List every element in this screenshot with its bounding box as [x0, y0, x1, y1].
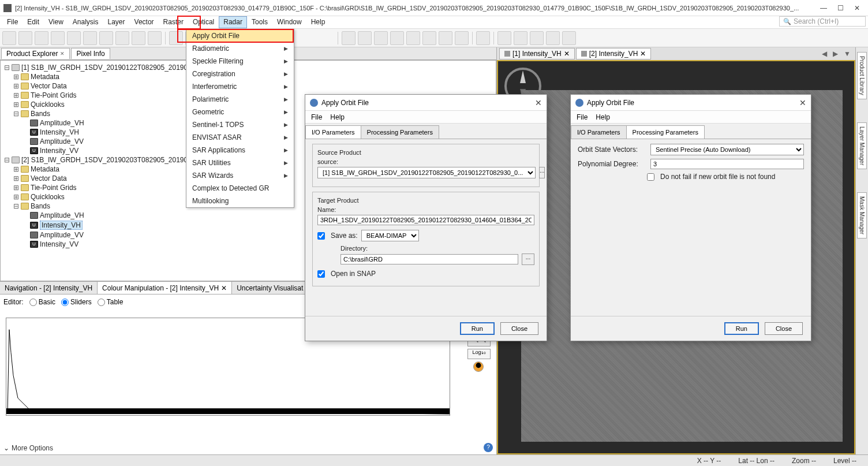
- tree-p2-int-vh[interactable]: Intensity_VH: [40, 221, 83, 230]
- menu-optical[interactable]: Optical: [188, 16, 219, 28]
- tb-btn-9[interactable]: [132, 31, 145, 45]
- tb-btn-22[interactable]: [497, 31, 511, 45]
- dialog2-tab-io[interactable]: I/O Parameters: [571, 125, 627, 139]
- dialog1-tab-proc[interactable]: Processing Parameters: [361, 125, 439, 139]
- tb-btn-23[interactable]: [514, 31, 527, 45]
- tree-p2-vector[interactable]: Vector Data: [31, 174, 67, 182]
- more-options[interactable]: ⌄More Options: [3, 444, 53, 452]
- tab-colour-manip[interactable]: Colour Manipulation - [2] Intensity_VH✕: [98, 282, 232, 294]
- tab-pixel-info[interactable]: Pixel Info: [71, 48, 110, 59]
- editor-sliders[interactable]: Sliders: [61, 298, 92, 306]
- tree-p2-amp-vh[interactable]: Amplitude_VH: [40, 211, 84, 219]
- tb-btn-13[interactable]: [342, 31, 356, 45]
- tb-btn-18[interactable]: [422, 31, 436, 45]
- tree-p2-metadata[interactable]: Metadata: [31, 165, 59, 173]
- menu-analysis[interactable]: Analysis: [68, 16, 103, 28]
- tree-p1-amp-vh[interactable]: Amplitude_VH: [40, 119, 84, 127]
- tb-btn-21[interactable]: [476, 31, 490, 45]
- imgtab-nav-right[interactable]: ▶: [830, 50, 840, 58]
- menu-view[interactable]: View: [44, 16, 68, 28]
- menu-edit[interactable]: Edit: [23, 16, 44, 28]
- menu-raster[interactable]: Raster: [159, 16, 188, 28]
- tab-product-explorer[interactable]: Product Explorer✕: [1, 48, 70, 59]
- tb-btn-26[interactable]: [562, 31, 576, 45]
- tb-btn-3[interactable]: [35, 31, 48, 45]
- tb-btn-6[interactable]: [83, 31, 97, 45]
- tb-btn-14[interactable]: [358, 31, 372, 45]
- dialog1-menu-file[interactable]: File: [311, 113, 322, 121]
- dd-apply-orbit[interactable]: Apply Orbit File: [186, 29, 294, 42]
- tb-btn-25[interactable]: [546, 31, 560, 45]
- tree-p1-vector[interactable]: Vector Data: [31, 82, 67, 90]
- d1-saveas-select[interactable]: BEAM-DIMAP: [361, 230, 419, 241]
- tb-btn-8[interactable]: [115, 31, 129, 45]
- dialog2-close[interactable]: ✕: [799, 98, 806, 107]
- tb-btn-5[interactable]: [67, 31, 81, 45]
- d2-run-button[interactable]: Run: [724, 322, 759, 335]
- tree-p1-int-vv[interactable]: Intensity_VV: [40, 147, 78, 155]
- dd-sentinel1[interactable]: Sentinel-1 TOPS▶: [186, 118, 294, 131]
- vtab-product-library[interactable]: Product Library: [857, 52, 867, 99]
- imgtab-nav-list[interactable]: ▼: [841, 50, 853, 58]
- d1-open-check[interactable]: [317, 270, 325, 278]
- dd-polarimetric[interactable]: Polarimetric▶: [186, 93, 294, 106]
- tree-p2-amp-vv[interactable]: Amplitude_VV: [40, 231, 84, 239]
- tb-btn-16[interactable]: [390, 31, 404, 45]
- d1-name-input[interactable]: [317, 215, 534, 225]
- dd-complex-gr[interactable]: Complex to Detected GR: [186, 182, 294, 195]
- tb-btn-1[interactable]: [2, 31, 16, 45]
- tb-btn-7[interactable]: [99, 31, 113, 45]
- d2-close-button[interactable]: Close: [765, 322, 803, 335]
- dialog1-menu-help[interactable]: Help: [330, 113, 345, 121]
- tree-p2-tiepoint[interactable]: Tie-Point Grids: [31, 184, 77, 192]
- d1-dir-browse[interactable]: ...: [522, 253, 534, 265]
- help-button[interactable]: ?: [484, 443, 493, 452]
- dd-coregistration[interactable]: Coregistration▶: [186, 68, 294, 80]
- minimize-button[interactable]: —: [820, 4, 827, 12]
- tb-btn-2[interactable]: [18, 31, 32, 45]
- dialog2-menu-file[interactable]: File: [577, 113, 588, 121]
- dialog2-menu-help[interactable]: Help: [596, 113, 610, 121]
- d1-saveas-check[interactable]: [317, 232, 325, 240]
- dd-sar-apps[interactable]: SAR Applications▶: [186, 144, 294, 156]
- menu-window[interactable]: Window: [272, 16, 306, 28]
- imgtab-2[interactable]: [2] Intensity_VH✕: [576, 48, 652, 59]
- d1-source-browse[interactable]: ...: [539, 167, 545, 178]
- d2-fail-check[interactable]: [647, 173, 654, 181]
- sb-5[interactable]: ⬤: [473, 361, 484, 372]
- tree-p1-tiepoint[interactable]: Tie-Point Grids: [31, 91, 77, 99]
- tb-btn-11[interactable]: [169, 31, 183, 45]
- editor-table[interactable]: Table: [98, 298, 124, 306]
- vtab-layer-manager[interactable]: Layer Manager: [857, 122, 867, 169]
- menu-layer[interactable]: Layer: [103, 16, 130, 28]
- dialog1-close[interactable]: ✕: [535, 98, 542, 107]
- d2-osv-select[interactable]: Sentinel Precise (Auto Download): [650, 144, 804, 155]
- dialog2-tab-proc[interactable]: Processing Parameters: [626, 125, 705, 139]
- dd-radiometric[interactable]: Radiometric▶: [186, 42, 294, 55]
- d1-close-button[interactable]: Close: [500, 322, 538, 335]
- editor-basic[interactable]: Basic: [29, 298, 55, 306]
- menu-help[interactable]: Help: [306, 16, 330, 28]
- tree-p1-bands-label[interactable]: Bands: [31, 110, 50, 118]
- maximize-button[interactable]: ☐: [837, 4, 844, 12]
- tree-p1-int-vh[interactable]: Intensity_VH: [40, 128, 79, 136]
- d1-source-select[interactable]: [1] S1B_IW_GRDH_1SDV_20190122T082905_201…: [317, 167, 536, 178]
- search-box[interactable]: 🔍 Search (Ctrl+I): [779, 16, 866, 27]
- tree-p2-int-vv[interactable]: Intensity_VV: [40, 240, 78, 248]
- dd-geometric[interactable]: Geometric▶: [186, 106, 294, 118]
- dd-sar-utils[interactable]: SAR Utilities▶: [186, 156, 294, 169]
- menu-file[interactable]: File: [2, 16, 23, 28]
- dd-interferometric[interactable]: Interferometric▶: [186, 80, 294, 93]
- tree-p2-bands-label[interactable]: Bands: [31, 202, 50, 210]
- sb-4[interactable]: Log₁₀: [467, 349, 491, 359]
- tree-p1-metadata[interactable]: Metadata: [31, 73, 59, 81]
- tree-p2-quicklooks[interactable]: Quicklooks: [31, 193, 65, 201]
- menu-tools[interactable]: Tools: [247, 16, 272, 28]
- tree-product-1[interactable]: [1] S1B_IW_GRDH_1SDV_20190122T082905_201…: [21, 64, 196, 72]
- vtab-mask-manager[interactable]: Mask Manager: [857, 192, 867, 238]
- dd-speckle[interactable]: Speckle Filtering▶: [186, 55, 294, 68]
- tb-btn-10[interactable]: [148, 31, 162, 45]
- d2-poly-input[interactable]: [650, 159, 804, 169]
- tb-btn-19[interactable]: [439, 31, 452, 45]
- tb-btn-20[interactable]: [455, 31, 469, 45]
